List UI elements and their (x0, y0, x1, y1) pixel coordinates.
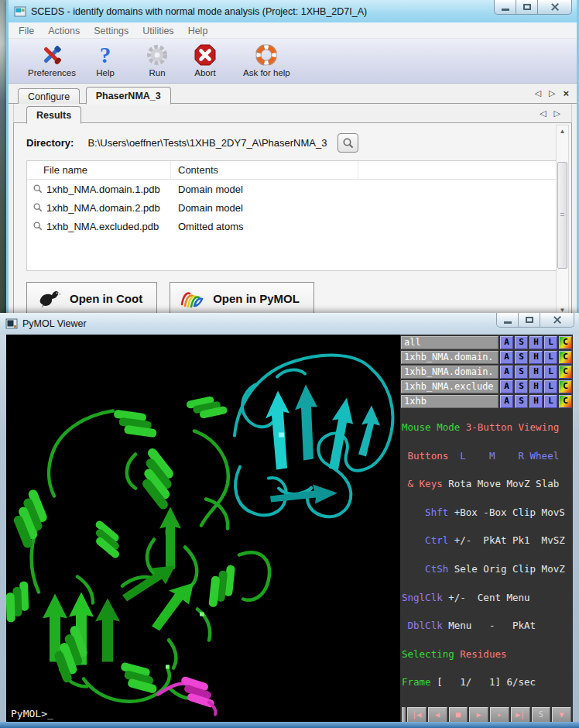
close-button[interactable] (537, 0, 572, 15)
results-prev-icon[interactable]: ◁ (540, 109, 546, 118)
show-menu-button[interactable]: S (515, 351, 528, 364)
color-menu-button[interactable]: C (559, 351, 572, 364)
color-menu-button[interactable]: C (559, 380, 572, 393)
magnifier-icon (33, 221, 43, 232)
run-label: Run (149, 68, 165, 77)
action-menu-button[interactable]: A (500, 380, 513, 393)
magnifier-icon (33, 184, 43, 194)
pymol-right-panel: all A S H L C 1xhb_NMA.domain. A S H L C… (400, 335, 573, 725)
close-icon (553, 316, 562, 324)
hide-menu-button[interactable]: H (529, 351, 543, 364)
file-table-header: File name Contents (27, 161, 557, 180)
tab-close-icon[interactable]: × (563, 89, 569, 98)
tab-configure[interactable]: Configure (18, 88, 80, 105)
panel-grip[interactable] (402, 707, 406, 723)
object-name-domain1[interactable]: 1xhb_NMA.domain. (401, 351, 498, 364)
step-back-button[interactable]: ◀ (428, 707, 447, 723)
scene-button[interactable]: S (532, 707, 551, 723)
object-name-excluded[interactable]: 1xhb_NMA.exclude (401, 380, 498, 393)
browse-directory-button[interactable] (337, 133, 358, 153)
minimize-button[interactable] (494, 0, 516, 15)
sceds-window: SCEDS - identify domains with normal mod… (6, 0, 579, 319)
maximize-icon (523, 4, 531, 10)
pymol-command-prompt[interactable]: PyMOL>_ (11, 708, 53, 719)
pymol-titlebar[interactable]: PyMOL Viewer (0, 313, 579, 335)
scrollbar-thumb[interactable] (557, 162, 567, 269)
open-in-pymol-button[interactable]: Open in PyMOL (170, 282, 314, 315)
results-scrollbar[interactable]: ▲ ▼ (556, 125, 569, 317)
file-name: 1xhb_NMA.domain.2.pdb (46, 202, 160, 214)
hide-menu-button[interactable]: H (529, 380, 543, 393)
table-row[interactable]: 1xhb_NMA.excluded.pdb Omitted atoms (27, 217, 557, 235)
collapse-panel-button[interactable]: ▼ (552, 707, 571, 723)
label-menu-button[interactable]: L (544, 380, 557, 393)
maximize-button[interactable] (518, 313, 540, 328)
mouse-ctsh-line: CtSh Sele Orig Clip MovZ (402, 565, 573, 574)
action-menu-button[interactable]: A (500, 336, 513, 349)
action-menu-button[interactable]: A (500, 351, 513, 364)
label-menu-button[interactable]: L (544, 336, 557, 349)
pymol-viewport[interactable]: all A S H L C 1xhb_NMA.domain. A S H L C… (6, 335, 573, 725)
file-name: 1xhb_NMA.domain.1.pdb (46, 184, 160, 195)
label-menu-button[interactable]: L (544, 351, 557, 364)
directory-path: B:\Users\oeffner\Tests\1XHB_2DY7_A\Phase… (87, 137, 327, 149)
mouse-snglclk-line: SnglClk +/- Cent Menu (402, 593, 573, 603)
results-next-icon[interactable]: ▷ (554, 109, 560, 118)
action-menu-button[interactable]: A (500, 366, 513, 379)
tab-next-icon[interactable]: ▷ (549, 89, 555, 98)
coot-bird-icon (35, 288, 63, 309)
minimize-button[interactable] (496, 313, 519, 328)
table-row[interactable]: 1xhb_NMA.domain.1.pdb Domain model (27, 180, 557, 198)
stop-button[interactable]: ■ (449, 707, 468, 723)
label-menu-button[interactable]: L (544, 366, 557, 379)
play-button[interactable]: ▶ (469, 707, 488, 723)
show-menu-button[interactable]: S (515, 336, 528, 349)
show-menu-button[interactable]: S (515, 380, 528, 393)
tab-phasernma3[interactable]: PhaserNMA_3 (86, 87, 171, 105)
menu-utilities[interactable]: Utilities (135, 24, 180, 38)
preferences-button[interactable]: Preferences (18, 42, 86, 78)
show-menu-button[interactable]: S (515, 366, 528, 379)
mouse-dblclk-line: DblClk Menu - PkAt (402, 621, 573, 630)
hide-menu-button[interactable]: H (529, 336, 543, 349)
ask-for-help-label: Ask for help (243, 68, 290, 77)
maximize-button[interactable] (516, 0, 538, 15)
color-menu-button[interactable]: C (559, 366, 572, 379)
mouse-ctrl-line: Ctrl +/- PkAt Pk1 MvSZ (402, 536, 573, 545)
scroll-up-icon[interactable]: ▲ (557, 125, 568, 137)
action-buttons: Open in Coot Open in PyMOL (26, 282, 571, 315)
rewind-start-button[interactable]: |◀ (407, 707, 427, 723)
results-panel: Directory: B:\Users\oeffner\Tests\1XHB_2… (13, 123, 572, 318)
open-in-coot-button[interactable]: Open in Coot (26, 282, 157, 315)
menu-file[interactable]: File (12, 24, 41, 38)
help-button[interactable]: ? Help (86, 42, 125, 78)
header-contents: Contents (178, 164, 218, 176)
pymol-window-title: PyMOL Viewer (22, 318, 87, 329)
ask-for-help-button[interactable]: Ask for help (233, 42, 300, 78)
table-row[interactable]: 1xhb_NMA.domain.2.pdb Domain model (27, 198, 557, 217)
file-table: File name Contents 1xhb_NMA.domain.1.pdb… (26, 160, 557, 271)
file-contents: Domain model (178, 184, 243, 195)
tab-prev-icon[interactable]: ◁ (534, 89, 540, 98)
header-file-name: File name (43, 164, 87, 176)
tools-icon (40, 43, 63, 67)
tab-results[interactable]: Results (26, 106, 81, 124)
sceds-titlebar[interactable]: SCEDS - identify domains with normal mod… (9, 0, 577, 22)
object-name-domain2[interactable]: 1xhb_NMA.domain. (401, 366, 498, 379)
mouse-mode-line: Mouse Mode 3-Button Viewing (402, 423, 573, 432)
close-button[interactable] (540, 313, 574, 328)
menu-settings[interactable]: Settings (87, 24, 135, 38)
skip-end-button[interactable]: ▶| (511, 707, 530, 723)
pymol-window: PyMOL Viewer (0, 313, 579, 728)
abort-icon (194, 43, 217, 67)
object-row: 1xhb_NMA.domain. A S H L C (401, 351, 572, 364)
step-forward-button[interactable]: ▸ (490, 707, 509, 723)
hide-menu-button[interactable]: H (529, 366, 543, 379)
sceds-tabbar: Configure PhaserNMA_3 ◁ ▷ × (9, 84, 577, 104)
menu-actions[interactable]: Actions (41, 24, 87, 38)
run-button[interactable]: Run (135, 42, 179, 78)
abort-button[interactable]: Abort (183, 42, 227, 78)
menu-help[interactable]: Help (181, 24, 215, 38)
object-name-all[interactable]: all (401, 336, 498, 349)
color-menu-button[interactable]: C (559, 336, 572, 349)
